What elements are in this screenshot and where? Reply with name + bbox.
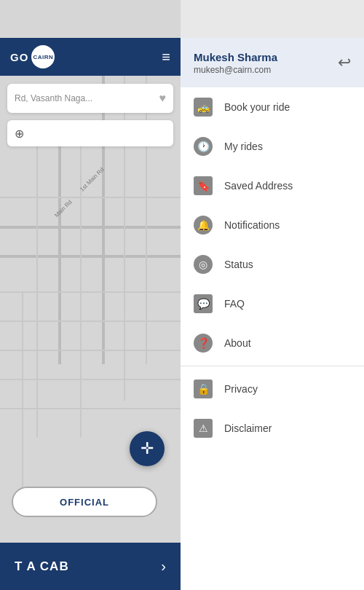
location-button[interactable]: ⊕ — [7, 120, 173, 146]
user-info: Mukesh Sharma mukesh@cairn.com — [194, 51, 277, 75]
menu-item-disclaimer[interactable]: ⚠ Disclaimer — [181, 409, 364, 448]
menu-list: 🚕 Book your ride 🕐 My rides 🔖 Saved Addr… — [181, 87, 364, 590]
menu-item-book-ride[interactable]: 🚕 Book your ride — [181, 87, 364, 127]
logo-area: GO CAIRN — [10, 45, 55, 68]
logo-go-text: GO — [10, 51, 28, 63]
drawer-panel: Mukesh Sharma mukesh@cairn.com ↩ 🚕 Book … — [181, 38, 364, 590]
fab-move-icon: ✛ — [141, 439, 154, 458]
saved-address-icon: 🔖 — [194, 176, 213, 195]
book-ride-icon: 🚕 — [194, 98, 213, 117]
menu-label-book-ride: Book your ride — [224, 101, 290, 113]
menu-label-my-rides: My rides — [224, 141, 263, 152]
menu-label-faq: FAQ — [224, 298, 245, 310]
menu-item-privacy[interactable]: 🔒 Privacy — [181, 369, 364, 409]
menu-item-faq[interactable]: 💬 FAQ — [181, 284, 364, 323]
menu-item-status[interactable]: ◎ Status — [181, 245, 364, 284]
crosshair-icon: ⊕ — [15, 127, 24, 141]
menu-item-about[interactable]: ❓ About — [181, 323, 364, 363]
privacy-icon: 🔒 — [194, 379, 213, 398]
logo-cairn-text: CAIRN — [33, 54, 53, 60]
status-icon: ◎ — [194, 255, 213, 274]
fab-button[interactable]: ✛ — [130, 431, 165, 466]
search-text: Rd, Vasanth Naga... — [15, 93, 159, 103]
user-name: Mukesh Sharma — [194, 51, 277, 63]
logo-cairn: CAIRN — [31, 45, 55, 68]
menu-item-saved-address[interactable]: 🔖 Saved Address — [181, 166, 364, 205]
faq-icon: 💬 — [194, 294, 213, 313]
menu-item-my-rides[interactable]: 🕐 My rides — [181, 127, 364, 166]
about-icon: ❓ — [194, 334, 213, 353]
official-button[interactable]: OFFICIAL — [12, 487, 157, 517]
get-cab-bar[interactable]: T A CAB › — [0, 543, 181, 590]
road-label-main: Main Rd — [53, 199, 73, 219]
user-email: mukesh@cairn.com — [194, 65, 277, 75]
header-bar: GO CAIRN ≡ — [0, 38, 181, 76]
chevron-right-icon: › — [161, 558, 166, 575]
hamburger-icon[interactable]: ≡ — [162, 49, 170, 66]
menu-label-saved-address: Saved Address — [224, 180, 293, 192]
menu-divider — [181, 366, 364, 366]
menu-label-notifications: Notifications — [224, 219, 280, 231]
menu-item-notifications[interactable]: 🔔 Notifications — [181, 205, 364, 245]
my-rides-icon: 🕐 — [194, 137, 213, 156]
official-label: OFFICIAL — [60, 497, 109, 508]
menu-label-privacy: Privacy — [224, 383, 258, 395]
get-cab-text: T A CAB — [15, 559, 69, 574]
menu-label-disclaimer: Disclaimer — [224, 422, 272, 434]
notifications-icon: 🔔 — [194, 216, 213, 235]
search-area[interactable]: Rd, Vasanth Naga... ♥ — [7, 84, 173, 113]
menu-label-status: Status — [224, 259, 253, 270]
menu-label-about: About — [224, 337, 251, 349]
logout-icon[interactable]: ↩ — [338, 53, 351, 72]
disclaimer-icon: ⚠ — [194, 419, 213, 438]
heart-icon[interactable]: ♥ — [159, 92, 167, 105]
user-profile: Mukesh Sharma mukesh@cairn.com ↩ — [181, 38, 364, 87]
